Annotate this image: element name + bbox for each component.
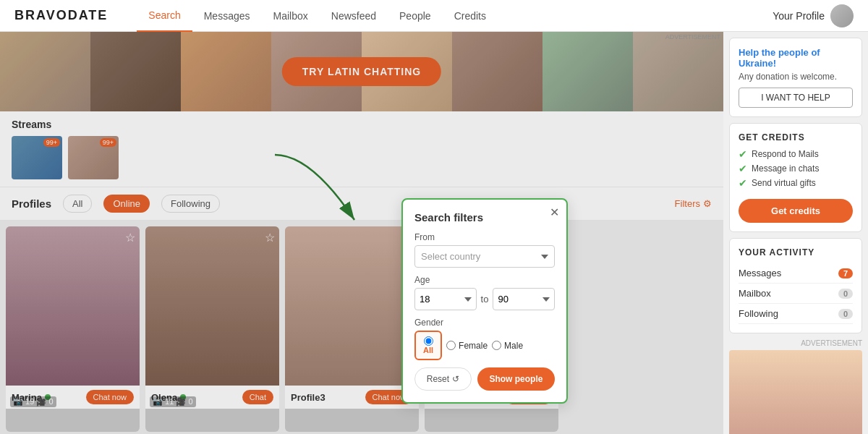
gender-female-option[interactable]: Female [446, 331, 488, 360]
credits-item-3: ✔ Send virtual gifts [739, 177, 853, 189]
reset-button[interactable]: Reset ↺ [414, 367, 472, 391]
activity-following-label: Following [739, 308, 778, 319]
search-filters-overlay: Search filters ✕ From Select country Age… [0, 32, 723, 434]
reset-label: Reset [427, 374, 449, 384]
nav-search[interactable]: Search [137, 0, 192, 32]
search-filters-modal: Search filters ✕ From Select country Age… [401, 198, 568, 404]
get-credits-button[interactable]: Get credits [739, 199, 853, 223]
modal-close-button[interactable]: ✕ [550, 205, 559, 219]
activity-title: YOUR ACTIVITY [739, 247, 853, 258]
gender-male-radio[interactable] [492, 341, 501, 350]
logo: BRAVODATE [14, 8, 108, 23]
age-row: 18 to 90 [414, 288, 555, 310]
ukraine-donation-box: Help the people of Ukraine! Any donation… [729, 38, 862, 117]
gender-label: Gender [414, 318, 555, 328]
age-label: Age [414, 275, 555, 285]
content-area: TRY LATIN CHATTING ADVERTISEMENT Streams… [0, 32, 723, 434]
sidebar-ad-label: ADVERTISEMENT [729, 339, 862, 347]
credits-item-2: ✔ Message in chats [739, 163, 853, 174]
header: BRAVODATE Search Messages Mailbox Newsfe… [0, 0, 868, 32]
check-icon-2: ✔ [739, 163, 747, 174]
gender-female-radio[interactable] [446, 341, 456, 350]
show-people-button[interactable]: Show people [477, 367, 555, 391]
activity-mailbox-label: Mailbox [739, 288, 771, 299]
activity-box: YOUR ACTIVITY Messages 7 Mailbox 0 Follo… [729, 238, 862, 333]
right-sidebar: Help the people of Ukraine! Any donation… [723, 32, 868, 434]
help-ukraine-button[interactable]: I WANT TO HELP [739, 88, 853, 108]
activity-messages-label: Messages [739, 268, 781, 278]
gender-male-label: Male [504, 341, 523, 351]
nav-credits[interactable]: Credits [443, 0, 498, 32]
gender-row: All Female Male [414, 331, 555, 360]
activity-messages-badge: 7 [838, 268, 853, 278]
ukraine-title: Help the people of Ukraine! [739, 47, 853, 69]
sidebar-ad-image [729, 350, 862, 434]
activity-mailbox: Mailbox 0 [739, 284, 853, 304]
check-icon-3: ✔ [739, 177, 747, 189]
profile-label: Your Profile [773, 10, 825, 22]
age-from-select[interactable]: 18 [414, 288, 477, 310]
modal-title: Search filters [414, 211, 555, 224]
credits-item-1: ✔ Respond to Mails [739, 148, 853, 160]
activity-messages: Messages 7 [739, 263, 853, 284]
gender-male-option[interactable]: Male [492, 331, 523, 360]
main-nav: Search Messages Mailbox Newsfeed People … [137, 0, 773, 32]
nav-newsfeed[interactable]: Newsfeed [320, 0, 388, 32]
credits-item-label-3: Send virtual gifts [752, 178, 816, 188]
gender-all-radio[interactable] [424, 336, 433, 346]
age-to-label: to [481, 294, 489, 305]
country-select[interactable]: Select country [414, 245, 555, 268]
get-credits-box: GET CREDITS ✔ Respond to Mails ✔ Message… [729, 123, 862, 232]
activity-mailbox-badge: 0 [838, 289, 853, 299]
avatar [830, 4, 854, 27]
credits-item-label-2: Message in chats [752, 163, 819, 174]
ukraine-desc: Any donation is welcome. [739, 72, 853, 82]
activity-following-badge: 0 [838, 309, 853, 319]
get-credits-title: GET CREDITS [739, 132, 853, 142]
credits-item-label-1: Respond to Mails [752, 149, 819, 159]
gender-all-option[interactable]: All [414, 331, 442, 360]
main-area: TRY LATIN CHATTING ADVERTISEMENT Streams… [0, 32, 868, 434]
profile-area[interactable]: Your Profile [773, 4, 854, 27]
reset-icon: ↺ [452, 374, 459, 384]
gender-female-label: Female [459, 341, 488, 351]
gender-all-label: All [423, 346, 433, 354]
modal-footer: Reset ↺ Show people [414, 367, 555, 391]
nav-mailbox[interactable]: Mailbox [262, 0, 320, 32]
age-to-select[interactable]: 90 [493, 288, 555, 310]
from-label: From [414, 232, 555, 242]
activity-following: Following 0 [739, 304, 853, 324]
nav-messages[interactable]: Messages [192, 0, 262, 32]
check-icon-1: ✔ [739, 148, 747, 160]
nav-people[interactable]: People [388, 0, 443, 32]
